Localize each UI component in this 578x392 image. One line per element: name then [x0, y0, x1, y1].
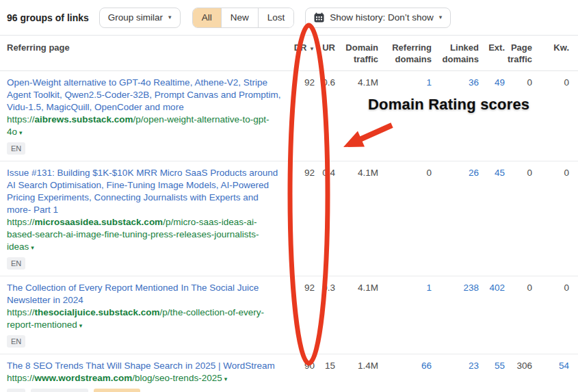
- column-header-referring-page: Referring page: [0, 36, 287, 70]
- cell-referring-domains: 0: [378, 161, 432, 276]
- cell-domain-traffic: 1.4M: [335, 354, 378, 392]
- referring-page-url[interactable]: https://thesocialjuice.substack.com/p/th…: [7, 306, 283, 332]
- chevron-down-icon: ▾: [168, 14, 172, 21]
- best-link-badge: BEST LINK: [94, 389, 140, 392]
- url-scheme: https://: [7, 217, 35, 227]
- tab-new[interactable]: New: [222, 8, 259, 27]
- cell-ext[interactable]: 55: [479, 354, 505, 392]
- column-header-kw[interactable]: Kw.: [532, 36, 569, 70]
- tab-all[interactable]: All: [193, 8, 222, 27]
- cell-kw: 0: [532, 71, 569, 161]
- url-options-caret-icon[interactable]: ▾: [79, 322, 83, 329]
- referring-page-url[interactable]: https://www.wordstream.com/blog/seo-tren…: [7, 372, 283, 385]
- links-count-label: 96 groups of links: [7, 12, 89, 23]
- cell-domain-traffic: 4.1M: [335, 71, 378, 161]
- table-row: Issue #131: Building $1K-$10K MRR Micro …: [0, 161, 578, 276]
- platform-badge: WORDPRESS: [31, 389, 88, 392]
- badge-row: EN: [7, 335, 283, 348]
- referring-page-cell: Issue #131: Building $1K-$10K MRR Micro …: [0, 161, 287, 276]
- cell-page-traffic: 0: [505, 161, 532, 276]
- column-header-page-traffic[interactable]: Page traffic: [505, 36, 532, 70]
- badge-row: EN: [7, 257, 283, 270]
- cell-kw[interactable]: 54: [532, 354, 569, 392]
- cell-page-traffic: 306: [505, 354, 532, 392]
- url-domain: thesocialjuice.substack.com: [35, 307, 160, 317]
- cell-linked-domains[interactable]: 238: [432, 276, 479, 354]
- cell-referring-domains[interactable]: 1: [378, 276, 432, 354]
- table-header: Referring page DR ▼ UR Domain traffic Re…: [0, 35, 578, 71]
- column-header-ur[interactable]: UR: [315, 36, 335, 70]
- cell-ur: 0.4: [315, 161, 335, 276]
- referring-page-link[interactable]: Open-Weight alternative to GPT-4o Realti…: [7, 77, 283, 114]
- table-body: Open-Weight alternative to GPT-4o Realti…: [0, 71, 578, 392]
- cell-domain-traffic: 4.1M: [335, 161, 378, 276]
- language-badge: EN: [7, 335, 25, 348]
- column-header-domain-traffic[interactable]: Domain traffic: [335, 36, 378, 70]
- show-history-label: Show history: Don’t show: [330, 12, 434, 23]
- referring-page-cell: The Collection of Every Report Mentioned…: [0, 276, 287, 354]
- badge-row: EN: [7, 142, 283, 155]
- language-badge: EN: [7, 257, 25, 270]
- referring-page-link[interactable]: The 8 SEO Trends That Will Shape Search …: [7, 360, 283, 372]
- cell-dr: 92: [287, 71, 315, 161]
- url-scheme: https://: [7, 373, 35, 383]
- table-row: The Collection of Every Report Mentioned…: [0, 276, 578, 354]
- tab-lost[interactable]: Lost: [259, 8, 294, 27]
- table-row: Open-Weight alternative to GPT-4o Realti…: [0, 71, 578, 161]
- toolbar: 96 groups of links Group similar ▾ All N…: [0, 0, 578, 35]
- cell-page-traffic: 0: [505, 71, 532, 161]
- cell-kw: 0: [532, 161, 569, 276]
- column-header-linked-domains[interactable]: Linked domains: [432, 36, 479, 70]
- cell-kw: 0: [532, 276, 569, 354]
- table-row: The 8 SEO Trends That Will Shape Search …: [0, 354, 578, 392]
- sort-desc-icon: ▼: [309, 46, 315, 52]
- referring-page-link[interactable]: The Collection of Every Report Mentioned…: [7, 282, 283, 306]
- url-options-caret-icon[interactable]: ▾: [31, 244, 34, 251]
- cell-linked-domains[interactable]: 26: [432, 161, 479, 276]
- link-status-tabs: All New Lost: [192, 8, 295, 28]
- url-domain: aibrews.substack.com: [35, 114, 133, 125]
- group-similar-button[interactable]: Group similar ▾: [99, 8, 181, 28]
- group-similar-label: Group similar: [108, 12, 163, 23]
- cell-referring-domains[interactable]: 1: [378, 71, 432, 161]
- badge-row: EN WORDPRESS BEST LINK: [7, 389, 283, 392]
- chevron-down-icon: ▾: [439, 14, 443, 21]
- cell-ur: 15: [315, 354, 335, 392]
- cell-referring-domains[interactable]: 66: [378, 354, 432, 392]
- language-badge: EN: [7, 389, 25, 392]
- column-header-ext[interactable]: Ext.: [479, 36, 505, 70]
- cell-linked-domains[interactable]: 23: [432, 354, 479, 392]
- cell-linked-domains[interactable]: 36: [432, 71, 479, 161]
- url-domain: www.wordstream.com: [35, 373, 133, 383]
- url-options-caret-icon[interactable]: ▾: [19, 129, 23, 136]
- column-header-referring-domains[interactable]: Referring domains: [378, 36, 432, 70]
- show-history-button[interactable]: Show history: Don’t show ▾: [305, 8, 451, 28]
- referring-page-link[interactable]: Issue #131: Building $1K-$10K MRR Micro …: [7, 167, 283, 216]
- cell-ext[interactable]: 45: [479, 161, 505, 276]
- url-options-caret-icon[interactable]: ▾: [224, 376, 228, 382]
- language-badge: EN: [7, 142, 25, 155]
- cell-ur: 0.6: [315, 71, 335, 161]
- cell-domain-traffic: 4.1M: [335, 276, 378, 354]
- cell-dr: 92: [287, 161, 315, 276]
- referring-page-url[interactable]: https://microsaasidea.substack.com/p/mic…: [7, 216, 283, 254]
- referring-page-cell: Open-Weight alternative to GPT-4o Realti…: [0, 71, 287, 161]
- cell-dr: 90: [287, 354, 315, 392]
- cell-dr: 92: [287, 276, 315, 354]
- referring-page-url[interactable]: https://aibrews.substack.com/p/open-weig…: [7, 114, 283, 139]
- url-scheme: https://: [7, 114, 35, 125]
- cell-page-traffic: 0: [505, 276, 532, 354]
- url-scheme: https://: [7, 307, 35, 317]
- cell-ur: 0.3: [315, 276, 335, 354]
- referring-page-cell: The 8 SEO Trends That Will Shape Search …: [0, 354, 287, 392]
- cell-ext[interactable]: 402: [479, 276, 505, 354]
- url-domain: microsaasidea.substack.com: [35, 217, 163, 227]
- url-path: /blog/seo-trends-2025: [132, 373, 222, 383]
- column-header-dr[interactable]: DR ▼: [287, 36, 315, 70]
- cell-ext[interactable]: 49: [479, 71, 505, 161]
- calendar-icon: [314, 12, 324, 23]
